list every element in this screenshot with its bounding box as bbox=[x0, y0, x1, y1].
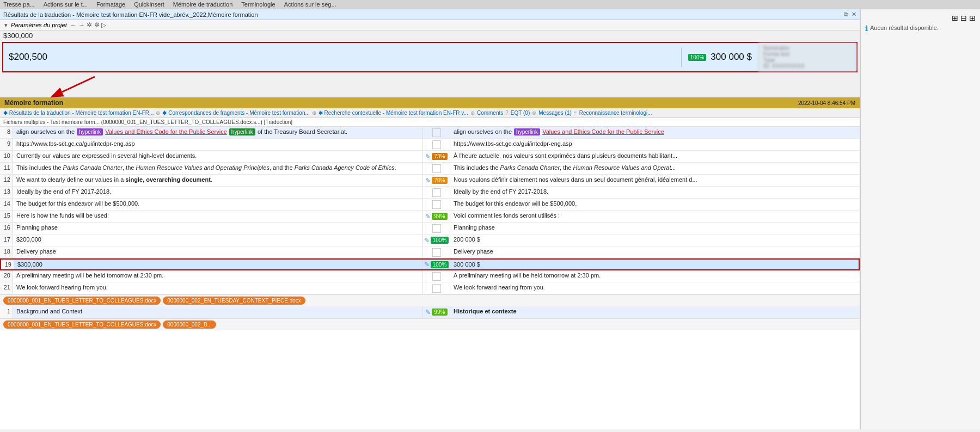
file-chips-row: 0000000_001_EN_TUES_LETTER_TO_COLLEAGUES… bbox=[0, 294, 860, 306]
toolbar-tresse[interactable]: Tresse pa... bbox=[3, 1, 35, 8]
status-col: ✎ 70% bbox=[423, 175, 450, 186]
values-link[interactable]: Values and Ethics Code for the Public Se… bbox=[105, 128, 227, 135]
tab-item-1[interactable]: ✱ Correspondances de fragments - Mémoire… bbox=[161, 109, 310, 116]
source-amount-value: $300,000 bbox=[3, 32, 33, 40]
hyperlink-tag-green: hyperlink bbox=[229, 128, 255, 135]
table-row: 9 https://www.tbs-sct.gc.ca/gui/intcdpr-… bbox=[0, 139, 860, 151]
toolbar-terminologie[interactable]: Terminologie bbox=[241, 1, 275, 8]
tab-item-2[interactable]: ✱ Recherche contextuelle - Mémoire test … bbox=[317, 109, 469, 116]
table-row: 21 We look forward hearing from you. We … bbox=[0, 282, 860, 294]
left-panel: Résultats de la traduction - Mémoire tes… bbox=[0, 9, 860, 429]
source-col: Planning phase bbox=[13, 223, 423, 234]
tab-item-0[interactable]: ✱ Résultats de la traduction - Mémoire t… bbox=[2, 109, 155, 116]
row-number: 11 bbox=[0, 163, 13, 174]
right-panel-icon3[interactable]: ⊞ bbox=[969, 14, 976, 22]
empty-badge bbox=[432, 284, 441, 293]
status-col bbox=[423, 139, 450, 150]
badge-70: 70% bbox=[432, 177, 447, 184]
italic-text: Parks Canada Agency Code of Ethics bbox=[295, 164, 395, 171]
empty-badge bbox=[432, 272, 441, 281]
empty-badge bbox=[432, 224, 441, 233]
source-col: Ideally by the end of FY 2017-2018. bbox=[13, 187, 423, 198]
row-number: 12 bbox=[0, 175, 13, 186]
target-col: 300 000 $ bbox=[450, 260, 859, 269]
tab-item-6[interactable]: Reconnaissance terminologi... bbox=[578, 109, 653, 116]
toolbar-actions-t[interactable]: Actions sur le t... bbox=[44, 1, 88, 8]
table-row: 18 Delivery phase Delivery phase bbox=[0, 246, 860, 258]
file-chip[interactable]: 0000000_001_EN_TUES_LETTER_TO_COLLEAGUES… bbox=[3, 320, 161, 329]
table-row: 20 A preliminary meeting will be held to… bbox=[0, 270, 860, 282]
badge-99: 99% bbox=[432, 213, 447, 220]
status-col: ✎ 100% bbox=[423, 234, 450, 246]
empty-badge bbox=[432, 200, 441, 209]
status-col: ✎ 73% bbox=[423, 151, 450, 162]
red-arrow-svg bbox=[2, 72, 111, 97]
target-col: align ourselves on the hyperlink Values … bbox=[450, 127, 860, 138]
target-col: Planning phase bbox=[450, 223, 860, 234]
source-col: align ourselves on the hyperlink Values … bbox=[13, 127, 423, 138]
tab-item-3[interactable]: Comments bbox=[476, 109, 504, 116]
pencil-icon: ✎ bbox=[425, 308, 431, 316]
status-col bbox=[423, 246, 450, 258]
status-col bbox=[423, 270, 450, 282]
result-header: Résultats de la traduction - Mémoire tes… bbox=[0, 9, 860, 20]
table-row: 11 This includes the Parks Canada Charte… bbox=[0, 163, 860, 175]
row-number: 13 bbox=[0, 187, 13, 198]
expand-button[interactable]: ⧉ bbox=[844, 11, 848, 18]
pencil-icon: ✎ bbox=[424, 261, 430, 268]
file-chip[interactable]: 0000000_002_EN_TUESDAY_CONTEXT_PIECE.doc… bbox=[163, 297, 305, 305]
badge-73: 73% bbox=[432, 153, 447, 160]
nav-arrows[interactable]: ← → ✲ ✲ ▷ bbox=[70, 21, 106, 29]
source-col: $300,000 bbox=[14, 260, 423, 269]
toolbar-formatage[interactable]: Formatage bbox=[96, 1, 125, 8]
bold-text: single, overarching document bbox=[125, 176, 210, 183]
source-col: Currently our values are expressed in se… bbox=[13, 151, 423, 162]
section-gold-label: Mémoire formation bbox=[4, 99, 63, 107]
right-panel-icon1[interactable]: ⊞ bbox=[952, 14, 958, 22]
row-number: 18 bbox=[0, 246, 13, 258]
section-gold-timestamp: 2022-10-04 8:46:54 PM bbox=[798, 100, 855, 106]
table-row: 12 We want to clearly define our values … bbox=[0, 175, 860, 187]
main-match-box: $200,500 100% 300 000 $ Nominatim Forma … bbox=[2, 42, 857, 72]
target-col: The budget for this endeavor will be $50… bbox=[450, 199, 860, 210]
values-link-target[interactable]: Values and Ethics Code for the Public Se… bbox=[542, 128, 664, 135]
source-col: We look forward hearing from you. bbox=[13, 282, 423, 294]
source-col: This includes the Parks Canada Charter, … bbox=[13, 163, 423, 174]
row-number: 21 bbox=[0, 282, 13, 294]
table-row: 15 Here is how the funds will be used: ✎… bbox=[0, 211, 860, 223]
row-number: 9 bbox=[0, 139, 13, 150]
pencil-icon: ✎ bbox=[425, 153, 431, 161]
tab-item-4[interactable]: EQT (0) bbox=[510, 109, 531, 116]
row-number: 1 bbox=[0, 306, 13, 318]
main-container: Résultats de la traduction - Mémoire tes… bbox=[0, 9, 980, 429]
source-col: Delivery phase bbox=[13, 246, 423, 258]
translation-table[interactable]: 8 align ourselves on the hyperlink Value… bbox=[0, 127, 860, 429]
file-chip[interactable]: 0000000_001_EN_TUES_LETTER_TO_COLLEAGUES… bbox=[3, 297, 161, 305]
arrow-annotation bbox=[2, 72, 860, 97]
file-path-bar: Fichiers multiples - Test memoire form..… bbox=[0, 118, 860, 127]
row-number: 10 bbox=[0, 151, 13, 162]
pencil-icon: ✎ bbox=[425, 177, 431, 184]
row-number: 14 bbox=[0, 199, 13, 210]
italic-text: Human Resource Values and Operat... bbox=[573, 164, 676, 171]
tabs-bar: ✱ Résultats de la traduction - Mémoire t… bbox=[0, 108, 860, 118]
toolbar-memoire[interactable]: Mémoire de traduction bbox=[173, 1, 232, 8]
section-gold: Mémoire formation 2022-10-04 8:46:54 PM bbox=[0, 97, 860, 108]
row-number: 17 bbox=[0, 234, 13, 246]
close-button[interactable]: ✕ bbox=[852, 11, 856, 18]
tab-item-5[interactable]: Messages (1) bbox=[537, 109, 573, 116]
table-row: 16 Planning phase Planning phase bbox=[0, 223, 860, 234]
source-col: A preliminary meeting will be held tomor… bbox=[13, 270, 423, 282]
status-col: ✎ 99% bbox=[423, 211, 450, 222]
toolbar-actions-seg[interactable]: Actions sur le seg... bbox=[284, 1, 336, 8]
source-col: We want to clearly define our values in … bbox=[13, 175, 423, 186]
target-col: https://www.tbs-sct.gc.ca/gui/intcdpr-en… bbox=[450, 139, 860, 150]
result-header-title: Résultats de la traduction - Mémoire tes… bbox=[3, 11, 258, 18]
toolbar-quickinsert[interactable]: QuickInsert bbox=[134, 1, 164, 8]
empty-badge bbox=[432, 188, 441, 197]
table-row-red-border: 19 $300,000 ✎ 100% 300 000 $ bbox=[0, 258, 860, 270]
right-panel-icon2[interactable]: ⊟ bbox=[960, 14, 967, 22]
pencil-icon: ✎ bbox=[424, 237, 430, 244]
hyperlink-tag: hyperlink bbox=[514, 128, 540, 135]
file-chip[interactable]: 0000000_002_B... bbox=[163, 320, 216, 329]
